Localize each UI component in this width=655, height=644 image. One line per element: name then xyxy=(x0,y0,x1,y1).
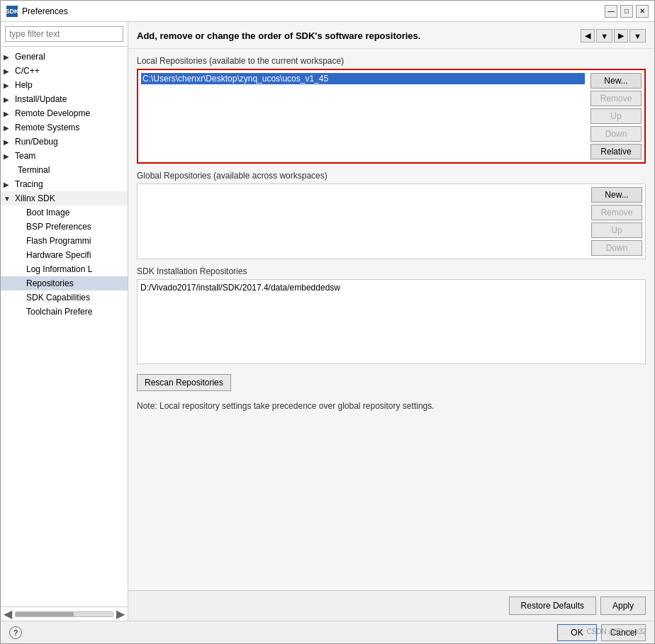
global-new-button[interactable]: New... xyxy=(591,187,642,203)
nav-back-dropdown-button[interactable]: ▼ xyxy=(596,29,612,43)
sdk-install-item: D:/Vivado2017/install/SDK/2017.4/data/em… xyxy=(140,283,642,293)
sidebar-label-terminal: Terminal xyxy=(18,165,50,175)
sidebar-item-boot-image[interactable]: Boot Image xyxy=(1,205,128,220)
local-new-button[interactable]: New... xyxy=(590,73,642,89)
restore-apply-bar: Restore Defaults Apply xyxy=(128,590,654,621)
sidebar-label-toolchain: Toolchain Prefere xyxy=(26,307,92,317)
global-down-button[interactable]: Down xyxy=(591,240,642,256)
nav-back-button[interactable]: ◀ xyxy=(581,29,595,43)
content-title: Add, remove or change the order of SDK's… xyxy=(137,30,420,41)
arrow-icon: ▶ xyxy=(4,152,12,160)
local-down-button[interactable]: Down xyxy=(590,126,642,142)
sidebar-item-terminal[interactable]: Terminal xyxy=(1,163,128,177)
nav-forward-dropdown-button[interactable]: ▼ xyxy=(629,29,646,43)
sidebar-item-general[interactable]: ▶ General xyxy=(1,50,128,64)
sidebar-label-team: Team xyxy=(15,151,35,161)
sidebar-label-remote-dev: Remote Developme xyxy=(15,108,90,118)
sdk-install-section: SDK Installation Repositories D:/Vivado2… xyxy=(137,266,646,364)
preferences-window: SDK Preferences — □ ✕ ▶ General ▶ C/C++ xyxy=(0,0,655,644)
sidebar-bottom: ◀ ▶ xyxy=(1,606,128,621)
content-body: Local Repositories (available to the cur… xyxy=(128,49,654,590)
sidebar-item-bsp-prefs[interactable]: BSP Preferences xyxy=(1,220,128,234)
sidebar-label-bsp-prefs: BSP Preferences xyxy=(26,222,91,232)
content-header: Add, remove or change the order of SDK's… xyxy=(128,22,654,49)
local-repos-box: C:\Users\chenxr\Desktop\zynq_ucos\ucos_v… xyxy=(137,69,646,164)
global-repos-box: New... Remove Up Down xyxy=(137,183,646,259)
sidebar-label-boot-image: Boot Image xyxy=(26,208,69,218)
sidebar-label-remote-sys: Remote Systems xyxy=(15,123,79,132)
sidebar-item-remote-sys[interactable]: ▶ Remote Systems xyxy=(1,120,128,135)
sidebar-item-remote-dev[interactable]: ▶ Remote Developme xyxy=(1,106,128,120)
local-remove-button[interactable]: Remove xyxy=(590,91,642,106)
rescan-section: Rescan Repositories xyxy=(137,371,646,391)
arrow-icon: ▶ xyxy=(4,96,12,103)
maximize-button[interactable]: □ xyxy=(620,5,633,18)
global-remove-button[interactable]: Remove xyxy=(591,205,642,220)
sidebar-item-flash-prog[interactable]: Flash Programmi xyxy=(1,234,128,248)
restore-defaults-button[interactable]: Restore Defaults xyxy=(509,597,596,615)
close-button[interactable]: ✕ xyxy=(636,5,649,18)
apply-button[interactable]: Apply xyxy=(600,597,646,615)
sidebar-item-log-info[interactable]: Log Information L xyxy=(1,262,128,276)
global-repos-list[interactable] xyxy=(138,184,588,259)
scroll-right-icon[interactable]: ▶ xyxy=(116,607,125,621)
sidebar-item-run-debug[interactable]: ▶ Run/Debug xyxy=(1,135,128,149)
sidebar-item-toolchain[interactable]: Toolchain Prefere xyxy=(1,305,128,319)
sidebar-label-tracing: Tracing xyxy=(15,179,43,189)
sidebar-label-hw-spec: Hardware Specifi xyxy=(26,250,91,260)
sidebar-label-install: Install/Update xyxy=(15,94,67,104)
sidebar-item-hw-spec[interactable]: Hardware Specifi xyxy=(1,248,128,262)
local-repo-item[interactable]: C:\Users\chenxr\Desktop\zynq_ucos\ucos_v… xyxy=(141,73,585,84)
sidebar-label-log-info: Log Information L xyxy=(26,264,92,274)
sidebar-label-flash-prog: Flash Programmi xyxy=(26,236,91,246)
global-repos-label: Global Repositories (available across wo… xyxy=(137,171,646,181)
arrow-icon: ▶ xyxy=(4,110,12,118)
nav-forward-button[interactable]: ▶ xyxy=(614,29,628,43)
sidebar-item-repositories[interactable]: Repositories xyxy=(1,276,128,290)
help-icon[interactable]: ? xyxy=(9,626,22,639)
arrow-icon: ▶ xyxy=(4,53,12,61)
sidebar-item-cpp[interactable]: ▶ C/C++ xyxy=(1,64,128,78)
search-input[interactable] xyxy=(5,26,123,42)
tree-nav: ▶ General ▶ C/C++ ▶ Help ▶ Install/Updat… xyxy=(1,47,128,606)
local-repo-buttons: New... Remove Up Down Relative xyxy=(588,70,644,162)
sidebar-item-sdk-cap[interactable]: SDK Capabilities xyxy=(1,290,128,305)
arrow-icon: ▼ xyxy=(4,195,12,203)
sidebar-item-install[interactable]: ▶ Install/Update xyxy=(1,92,128,106)
global-repo-buttons: New... Remove Up Down xyxy=(588,184,645,259)
window-title: Preferences xyxy=(22,6,68,16)
local-repos-label: Local Repositories (available to the cur… xyxy=(137,56,646,66)
sidebar: ▶ General ▶ C/C++ ▶ Help ▶ Install/Updat… xyxy=(1,22,128,621)
arrow-icon: ▶ xyxy=(4,181,12,188)
local-repos-list[interactable]: C:\Users\chenxr\Desktop\zynq_ucos\ucos_v… xyxy=(138,70,588,162)
sidebar-label-xilinx-sdk: Xilinx SDK xyxy=(15,193,55,203)
search-box xyxy=(1,22,128,47)
watermark: CSDN @Chenxr32 xyxy=(586,628,646,635)
global-up-button[interactable]: Up xyxy=(591,222,642,238)
local-repos-section: Local Repositories (available to the cur… xyxy=(137,56,646,164)
sidebar-label-run-debug: Run/Debug xyxy=(15,137,58,147)
global-repos-section: Global Repositories (available across wo… xyxy=(137,171,646,259)
sidebar-item-tracing[interactable]: ▶ Tracing xyxy=(1,177,128,191)
sidebar-item-xilinx-sdk[interactable]: ▼ Xilinx SDK xyxy=(1,191,128,205)
sidebar-label-repositories: Repositories xyxy=(26,278,74,288)
bottom-bar: ? OK Cancel xyxy=(1,621,654,643)
local-relative-button[interactable]: Relative xyxy=(590,144,642,159)
sidebar-label-sdk-cap: SDK Capabilities xyxy=(26,293,90,303)
app-icon: SDK xyxy=(6,6,18,17)
arrow-icon: ▶ xyxy=(4,138,12,146)
arrow-icon: ▶ xyxy=(4,81,12,89)
rescan-button[interactable]: Rescan Repositories xyxy=(137,374,231,391)
sdk-install-box: D:/Vivado2017/install/SDK/2017.4/data/em… xyxy=(137,279,646,364)
nav-arrows: ◀ ▼ ▶ ▼ xyxy=(581,29,646,43)
scroll-left-icon[interactable]: ◀ xyxy=(4,607,12,621)
sidebar-label-help: Help xyxy=(15,80,33,90)
sidebar-item-team[interactable]: ▶ Team xyxy=(1,149,128,163)
content-area: Add, remove or change the order of SDK's… xyxy=(128,22,654,621)
note-text: Note: Local repository settings take pre… xyxy=(137,401,646,411)
sidebar-label-cpp: C/C++ xyxy=(15,66,40,76)
minimize-button[interactable]: — xyxy=(605,5,617,18)
title-controls: — □ ✕ xyxy=(605,5,649,18)
sidebar-item-help[interactable]: ▶ Help xyxy=(1,78,128,92)
local-up-button[interactable]: Up xyxy=(590,108,642,124)
